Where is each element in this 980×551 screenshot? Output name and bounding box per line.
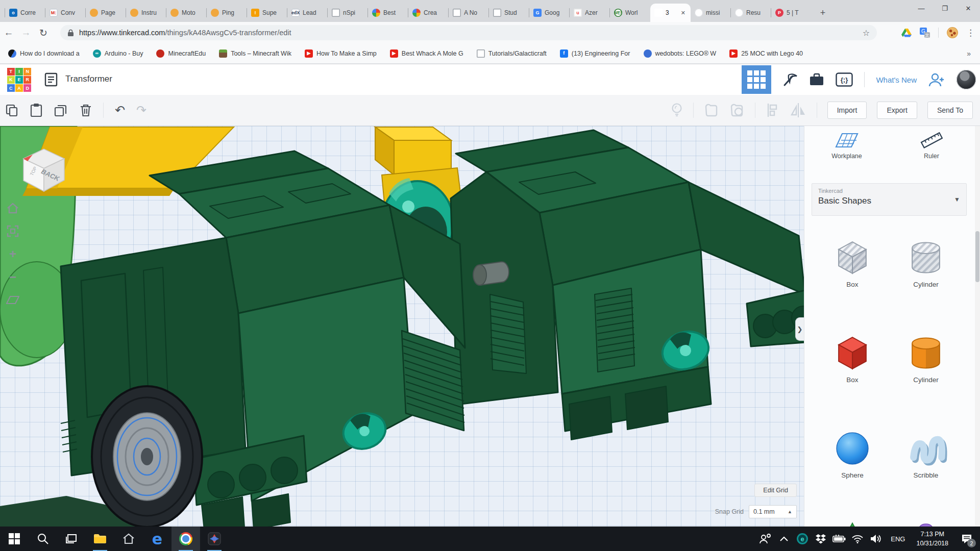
start-button[interactable] bbox=[0, 527, 29, 551]
pickaxe-icon[interactable] bbox=[782, 72, 798, 87]
window-close-button[interactable]: ✕ bbox=[957, 0, 980, 16]
shape-cylinder[interactable]: Cylinder bbox=[889, 236, 963, 293]
copy-icon[interactable] bbox=[5, 104, 18, 117]
taskbar-clock[interactable]: 7:13 PM 10/31/2018 bbox=[912, 530, 952, 548]
window-maximize-button[interactable]: ❐ bbox=[933, 0, 957, 16]
ungroup-icon[interactable] bbox=[729, 103, 745, 118]
shape-sphere[interactable]: Sphere bbox=[816, 427, 889, 484]
shape-box[interactable]: Box bbox=[816, 331, 889, 388]
redo-icon[interactable]: ↷ bbox=[136, 103, 146, 117]
battery-icon[interactable] bbox=[831, 527, 847, 551]
url-omnibox[interactable]: https://www.tinkercad.com/things/kA48Aws… bbox=[60, 25, 877, 40]
align-icon[interactable] bbox=[766, 103, 780, 118]
browser-tab[interactable]: Stud bbox=[489, 4, 529, 22]
bookmark-item[interactable]: f(13) Engineering For bbox=[560, 49, 630, 58]
design-properties-icon[interactable] bbox=[44, 72, 58, 87]
user-avatar[interactable] bbox=[957, 70, 976, 89]
bookmark-item[interactable]: ▶Best Whack A Mole G bbox=[390, 49, 463, 58]
browser-tab[interactable]: !Supe bbox=[247, 4, 287, 22]
browser-tab[interactable]: Page bbox=[86, 4, 126, 22]
bookmark-star-icon[interactable]: ☆ bbox=[863, 28, 870, 38]
bookmark-item[interactable]: MinecraftEdu bbox=[156, 49, 206, 58]
browser-tab[interactable]: nSpi bbox=[328, 4, 368, 22]
action-center-icon[interactable]: 2 bbox=[955, 527, 978, 551]
view-cube[interactable]: TOP BACK bbox=[17, 144, 70, 193]
tinkercad-logo[interactable]: TINKERCAD bbox=[7, 68, 31, 92]
pinned-app-icon[interactable] bbox=[114, 527, 143, 551]
new-tab-button[interactable]: + bbox=[816, 6, 830, 20]
ruler-tool[interactable]: Ruler bbox=[889, 131, 974, 160]
panel-scrollbar[interactable] bbox=[975, 126, 980, 527]
browser-tab[interactable]: Instru bbox=[126, 4, 166, 22]
shape-category-dropdown[interactable]: Tinkercad Basic Shapes ▼ bbox=[812, 183, 967, 216]
antivirus-tray-icon[interactable]: e bbox=[795, 527, 810, 551]
duplicate-icon[interactable] bbox=[54, 104, 68, 117]
shape-scribble[interactable]: Scribble bbox=[889, 427, 963, 484]
back-icon[interactable]: ← bbox=[0, 27, 17, 38]
browser-tab[interactable]: 3✕ bbox=[650, 4, 691, 22]
codeblocks-icon[interactable]: {;} bbox=[836, 72, 853, 87]
browser-tab[interactable]: edXLead bbox=[287, 4, 328, 22]
undo-icon[interactable]: ↶ bbox=[115, 103, 125, 117]
people-icon[interactable] bbox=[758, 527, 773, 551]
shape-box[interactable]: Box bbox=[816, 236, 889, 293]
show-all-lightbulb-icon[interactable] bbox=[671, 103, 683, 118]
forward-icon[interactable]: → bbox=[17, 27, 35, 38]
browser-tab[interactable]: Best bbox=[368, 4, 408, 22]
browser-tab[interactable]: Ping bbox=[207, 4, 247, 22]
paste-icon[interactable] bbox=[30, 103, 43, 117]
browser-tab[interactable]: Gmissi bbox=[691, 4, 731, 22]
language-indicator[interactable]: ENG bbox=[887, 535, 909, 543]
tab-close-icon[interactable]: ✕ bbox=[680, 9, 687, 17]
bookmark-item[interactable]: ∞Arduino - Buy bbox=[93, 49, 143, 58]
delete-trash-icon[interactable] bbox=[80, 104, 92, 117]
browser-tab[interactable]: P5 | T bbox=[771, 4, 812, 22]
browser-tab[interactable]: GGoog bbox=[529, 4, 570, 22]
workplane-tool[interactable]: Workplane bbox=[804, 131, 889, 160]
fit-view-icon[interactable] bbox=[5, 223, 20, 239]
drive-extension-icon[interactable] bbox=[901, 28, 912, 37]
shape-cylinder[interactable]: Cylinder bbox=[889, 331, 963, 388]
bookmark-item[interactable]: Tools – Minecraft Wik bbox=[219, 49, 291, 58]
invite-person-icon[interactable] bbox=[928, 72, 945, 87]
window-minimize-button[interactable]: — bbox=[910, 0, 933, 16]
snap-grid-select[interactable]: 0.1 mm ▲ bbox=[749, 505, 797, 518]
task-view-icon[interactable] bbox=[57, 527, 86, 551]
bookmark-item[interactable]: ▶How To Make a Simp bbox=[305, 49, 377, 58]
browser-tab[interactable]: GResu bbox=[731, 4, 771, 22]
pizza-extension-icon[interactable] bbox=[947, 27, 958, 38]
tray-chevron-up-icon[interactable] bbox=[776, 527, 792, 551]
file-explorer-icon[interactable] bbox=[86, 527, 114, 551]
browser-tab[interactable]: WESWorl bbox=[610, 4, 650, 22]
home-view-icon[interactable] bbox=[5, 201, 20, 216]
zoom-out-icon[interactable]: − bbox=[5, 269, 20, 285]
dropbox-tray-icon[interactable] bbox=[813, 527, 828, 551]
translate-extension-icon[interactable]: G文 bbox=[920, 28, 930, 38]
green-truck-right[interactable] bbox=[451, 130, 804, 440]
gallery-grid-button[interactable] bbox=[742, 65, 771, 94]
3d-viewport[interactable]: TOP BACK + − ❯ Edit Grid Snap Grid 0.1 m… bbox=[0, 126, 804, 527]
browser-tab[interactable]: oCorre bbox=[5, 4, 45, 22]
zoom-in-icon[interactable]: + bbox=[5, 246, 20, 262]
whats-new-link[interactable]: What's New bbox=[876, 76, 917, 84]
truck-wheel[interactable] bbox=[92, 386, 202, 527]
mirror-flip-icon[interactable] bbox=[790, 103, 806, 118]
bookmark-item[interactable]: ▶25 MOC with Lego 40 bbox=[729, 49, 803, 58]
wifi-icon[interactable] bbox=[850, 527, 865, 551]
browser-tab[interactable]: A No bbox=[449, 4, 489, 22]
import-button[interactable]: Import bbox=[827, 102, 867, 119]
browser-tab[interactable]: uAzer bbox=[570, 4, 610, 22]
edit-grid-button[interactable]: Edit Grid bbox=[754, 484, 797, 497]
photos-app-icon[interactable] bbox=[200, 527, 229, 551]
browser-tab[interactable]: Moto bbox=[166, 4, 207, 22]
search-icon[interactable] bbox=[29, 527, 57, 551]
briefcase-icon[interactable] bbox=[809, 73, 824, 86]
chrome-menu-icon[interactable]: ⋮ bbox=[966, 28, 975, 38]
volume-icon[interactable] bbox=[868, 527, 884, 551]
export-button[interactable]: Export bbox=[877, 102, 917, 119]
panel-collapse-handle[interactable]: ❯ bbox=[795, 317, 804, 341]
bookmarks-overflow-icon[interactable]: » bbox=[967, 49, 971, 58]
workplane-view-icon[interactable] bbox=[5, 292, 20, 308]
scrollbar-thumb[interactable] bbox=[975, 231, 979, 282]
bookmark-item[interactable]: How do I download a bbox=[8, 49, 80, 58]
